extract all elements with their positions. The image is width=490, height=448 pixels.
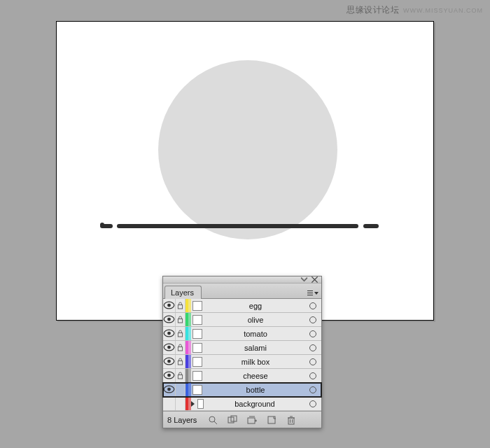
target-icon[interactable] — [304, 299, 321, 312]
layer-thumbnail — [192, 329, 202, 339]
layer-row-bottle[interactable]: bottle — [163, 383, 321, 397]
ground-line — [100, 223, 394, 230]
layer-thumbnail — [192, 301, 202, 311]
lock-toggle[interactable] — [176, 327, 186, 340]
layer-row-milk-box[interactable]: milk box — [163, 355, 321, 369]
new-sublayer-icon[interactable] — [246, 414, 258, 426]
svg-rect-8 — [178, 333, 182, 337]
background-circle — [158, 60, 337, 239]
svg-rect-5 — [178, 319, 182, 323]
target-icon[interactable] — [304, 313, 321, 326]
target-icon[interactable] — [304, 355, 321, 368]
svg-point-20 — [209, 416, 215, 422]
layer-color-stripe — [188, 313, 191, 326]
svg-rect-14 — [178, 361, 182, 365]
new-layer-icon[interactable] — [265, 414, 278, 426]
target-icon[interactable] — [304, 397, 321, 410]
layer-thumbnail — [192, 357, 202, 367]
visibility-toggle[interactable] — [163, 299, 176, 312]
layer-row-cheese[interactable]: cheese — [163, 369, 321, 383]
svg-rect-17 — [178, 375, 182, 379]
visibility-toggle[interactable] — [163, 355, 176, 368]
layer-thumbnail — [197, 399, 204, 409]
svg-rect-2 — [178, 305, 182, 309]
layer-name-label[interactable]: olive — [204, 313, 304, 326]
footer-spacer-icon — [304, 414, 317, 426]
watermark: 思缘设计论坛 WWW.MISSYUAN.COM — [346, 4, 483, 16]
target-icon[interactable] — [304, 369, 321, 382]
watermark-main: 思缘设计论坛 — [346, 4, 399, 16]
layer-thumbnail — [192, 315, 202, 325]
delete-layer-icon[interactable] — [285, 414, 298, 426]
svg-point-16 — [167, 374, 171, 377]
layer-row-tomato[interactable]: tomato — [163, 327, 321, 341]
layer-row-background[interactable]: background — [163, 397, 321, 411]
visibility-toggle[interactable] — [163, 341, 176, 354]
visibility-toggle[interactable] — [163, 383, 176, 396]
visibility-toggle[interactable] — [163, 313, 176, 326]
target-icon[interactable] — [304, 383, 321, 396]
layer-name-label[interactable]: egg — [204, 299, 304, 312]
layer-name-label[interactable]: milk box — [204, 355, 304, 368]
layer-name-label[interactable]: background — [204, 397, 304, 410]
layer-thumbnail — [192, 343, 202, 353]
svg-line-21 — [214, 421, 217, 424]
panel-window-controls — [163, 276, 321, 284]
svg-rect-11 — [178, 347, 182, 351]
lock-toggle[interactable] — [176, 299, 186, 312]
close-icon[interactable] — [311, 277, 318, 282]
layer-color-stripe — [188, 355, 191, 368]
svg-point-19 — [167, 388, 171, 391]
layer-thumbnail — [192, 385, 202, 395]
svg-point-10 — [167, 346, 171, 349]
panel-footer: 8 Layers — [163, 411, 321, 428]
lock-toggle[interactable] — [176, 313, 186, 326]
visibility-toggle[interactable] — [163, 397, 176, 410]
svg-point-13 — [167, 360, 171, 363]
svg-point-4 — [167, 318, 171, 321]
layer-name-label[interactable]: cheese — [204, 369, 304, 382]
make-clipping-mask-icon[interactable] — [226, 414, 239, 426]
collapse-icon[interactable] — [300, 277, 308, 282]
layer-color-stripe — [188, 369, 191, 382]
expand-triangle-icon[interactable] — [191, 401, 195, 407]
svg-rect-27 — [288, 418, 294, 424]
tab-layers[interactable]: Layers — [164, 286, 202, 299]
layers-panel: Layers eggolivetomatosalamimilk boxchees… — [162, 276, 322, 428]
panel-menu-button[interactable] — [307, 288, 318, 298]
layers-list: eggolivetomatosalamimilk boxcheesebottle… — [163, 299, 321, 411]
layer-color-stripe — [188, 327, 191, 340]
layer-row-olive[interactable]: olive — [163, 313, 321, 327]
layer-count-label: 8 Layers — [167, 416, 197, 424]
visibility-toggle[interactable] — [163, 369, 176, 382]
layer-color-stripe — [188, 383, 191, 396]
layer-color-stripe — [188, 299, 191, 312]
layer-row-egg[interactable]: egg — [163, 299, 321, 313]
panel-tabbar: Layers — [163, 284, 321, 299]
layer-row-salami[interactable]: salami — [163, 341, 321, 355]
watermark-sub: WWW.MISSYUAN.COM — [403, 7, 483, 14]
visibility-toggle[interactable] — [163, 327, 176, 340]
layer-name-label[interactable]: bottle — [204, 383, 304, 396]
lock-toggle[interactable] — [176, 383, 186, 396]
svg-point-1 — [167, 304, 171, 307]
layer-color-stripe — [188, 341, 191, 354]
layer-thumbnail — [192, 371, 202, 381]
target-icon[interactable] — [304, 341, 321, 354]
lock-toggle[interactable] — [176, 397, 186, 410]
layer-color-stripe — [188, 397, 191, 410]
target-icon[interactable] — [304, 327, 321, 340]
lock-toggle[interactable] — [176, 355, 186, 368]
layer-name-label[interactable]: tomato — [204, 327, 304, 340]
locate-object-icon[interactable] — [206, 414, 219, 426]
lock-toggle[interactable] — [176, 341, 186, 354]
svg-rect-24 — [248, 418, 255, 424]
layer-name-label[interactable]: salami — [204, 341, 304, 354]
lock-toggle[interactable] — [176, 369, 186, 382]
svg-point-7 — [167, 332, 171, 335]
